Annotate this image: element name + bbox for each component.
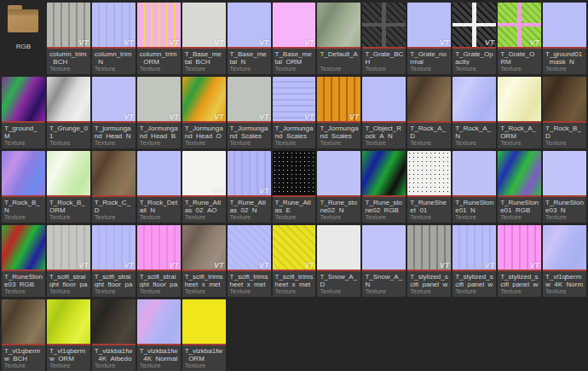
asset-tile[interactable]: T_Rock_A_D Texture [407,77,451,148]
asset-tile[interactable]: VT T_Base_metal_N Texture [228,3,271,74]
texture-thumbnail: VT [92,225,135,270]
asset-tile[interactable]: T_Rune_stone02_N Texture [317,151,360,223]
asset-tile[interactable]: T_Rune_stone02_RGB Texture [362,151,406,223]
asset-tile[interactable]: T_vlzkba1fw_4K_Normal Texture [137,299,181,371]
asset-tile[interactable]: T_Rock_B_N Texture [2,151,45,223]
asset-tile[interactable]: T_Rune_Atlas_E Texture [273,151,316,223]
vt-badge: VT [214,113,224,121]
vt-badge: VT [214,187,224,195]
texture-thumbnail [317,3,360,47]
asset-tile[interactable]: T_vl1qbermw_ORM Texture [47,299,90,371]
asset-type-label: Texture [228,65,271,74]
asset-tile[interactable]: VT T_Grate_Opacity Texture [453,3,496,74]
asset-tile[interactable]: T_Rock_A_ORM Texture [498,77,541,148]
asset-type-label: Texture [317,287,360,297]
asset-tile[interactable]: T_Grate_BCH Texture [362,3,406,74]
asset-name: T_vl1qbermw_BCH [2,345,45,362]
asset-tile[interactable]: VT T_stylized_scifi_panel_wall_ORM Textu… [498,225,541,297]
asset-name: T_Rock_A_D [407,123,451,139]
asset-tile[interactable]: T_vlzkba1fw_ORM Texture [182,299,226,371]
texture-thumbnail [2,77,45,121]
texture-thumbnail: VT [228,225,271,270]
asset-name: T_Default_A [317,49,360,65]
texture-thumbnail [453,151,496,195]
asset-tile[interactable]: T_vlzkba1fw_4K_Albedo Texture [92,299,135,371]
asset-name: column_trim_ORM [137,49,181,65]
texture-thumbnail: VT [453,225,496,270]
asset-tile[interactable]: VT column_trim_N Texture [92,3,135,74]
asset-tile[interactable]: VT T_Jormungand_Scales_N Texture [273,77,316,148]
asset-tile[interactable]: VT T_Jormungand_Head_BCH Texture [137,77,181,148]
asset-tile[interactable]: VT T_Base_metal_ORM Texture [273,3,316,74]
asset-tile[interactable]: VT T_stylized_scifi_panel_wall_N Texture [453,225,496,297]
asset-tile[interactable]: T_vl1qbermw_4K_Normal Texture [543,225,586,297]
asset-tile[interactable]: T_Rock_B_D Texture [543,77,586,148]
asset-name: T_Object_Rock_A_N [362,123,406,139]
asset-tile[interactable]: T_RuneStone03_N Texture [543,151,586,223]
asset-tile[interactable]: VT T_scifi_straight_floor_panel_BCH Text… [47,225,90,297]
asset-tile[interactable]: T_RuneStone03_RGB Texture [2,225,45,297]
asset-name: T_stylized_scifi_panel_wall_N [453,271,496,287]
folder-item-rgb[interactable]: RGB [2,3,45,74]
asset-type-label: Texture [137,287,181,297]
asset-tile[interactable]: VT T_Rune_Atlas_02_AO Texture [182,151,226,223]
texture-thumbnail [182,299,226,344]
asset-tile[interactable]: VT column_trim_ORM Texture [137,3,181,74]
asset-name: T_scifi_straight_floor_panel_N [92,271,135,287]
asset-tile[interactable]: VT T_Jormungand_Scales_ORM Texture [317,77,360,148]
vt-badge: VT [259,261,269,270]
texture-thumbnail: VT [92,77,135,121]
asset-tile[interactable]: T_Rock_C_D Texture [92,151,135,223]
asset-name: T_Rock_B_N [2,197,45,213]
texture-thumbnail [317,151,360,195]
asset-tile[interactable]: T_Snow_A_D Texture [317,225,360,297]
asset-name: T_ground_M [2,123,45,139]
asset-tile[interactable]: T_Rock_Detail_N Texture [137,151,181,223]
asset-type-label: Texture [453,287,496,297]
asset-tile[interactable]: VT T_stylized_scifi_panel_wall_BCH Textu… [407,225,451,297]
asset-tile[interactable]: T_Grunge_01 Texture [47,77,90,148]
asset-tile[interactable]: VT T_scifi_straight_floor_panel_ORM Text… [137,225,181,297]
asset-type-label: Texture [362,213,406,223]
asset-type-label: Texture [362,139,406,148]
asset-tile[interactable]: T_Snow_A_N Texture [362,225,406,297]
asset-name: column_trim_N [92,49,135,65]
asset-tile[interactable]: T_Rock_B_ORM Texture [47,151,90,223]
asset-tile[interactable]: T_ground_M Texture [2,77,45,148]
asset-tile[interactable]: VT T_Rune_Atlas_02_N Texture [228,151,271,223]
texture-thumbnail: VT [407,3,451,47]
texture-thumbnail: VT [453,3,496,47]
asset-type-label: Texture [47,139,90,148]
asset-name: column_trim_BCH [47,49,90,65]
asset-type-label: Texture [407,65,451,74]
asset-tile[interactable]: VT T_Grate_normal Texture [407,3,451,74]
asset-tile[interactable]: VT T_scifi_straight_floor_panel_N Textur… [92,225,135,297]
asset-tile[interactable]: VT column_trim_BCH Texture [47,3,90,74]
asset-name: T_Jormungand_Head_BCH [137,123,181,139]
asset-tile[interactable]: T_ground01_mask_N Texture [543,3,586,74]
asset-name: T_scifi_straight_floor_panel_ORM [137,271,181,287]
vt-badge: VT [304,38,314,47]
asset-tile[interactable]: VT T_scifi_trimsheet_x_metal_BCH Texture [182,225,226,297]
asset-tile[interactable]: T_Object_Rock_A_N Texture [362,77,406,148]
asset-type-label: Texture [92,213,135,223]
asset-tile[interactable]: T_Default_A Texture [317,3,360,74]
asset-tile[interactable]: T_Rock_A_N Texture [453,77,496,148]
asset-tile[interactable]: VT T_Jormungand_Scales_BCH Texture [228,77,271,148]
asset-name: T_scifi_trimsheet_x_metal_ORM [273,271,316,287]
asset-tile[interactable]: VT T_Base_metal_BCH Texture [182,3,226,74]
vt-badge: VT [440,38,450,47]
asset-tile[interactable]: T_RuneSheet_01 Texture [407,151,451,223]
asset-tile[interactable]: VT T_scifi_trimsheet_x_metal_N Texture [228,225,271,297]
asset-tile[interactable]: VT T_jormungand_Head_N Texture [92,77,135,148]
asset-tile[interactable]: VT T_Grate_ORM Texture [498,3,541,74]
asset-tile[interactable]: VT T_scifi_trimsheet_x_metal_ORM Texture [273,225,316,297]
asset-name: T_scifi_trimsheet_x_metal_BCH [182,271,226,287]
asset-tile[interactable]: T_vl1qbermw_BCH Texture [2,299,45,371]
asset-type-label: Texture [543,287,586,297]
asset-tile[interactable]: VT T_Jormungand_Head_ORM Texture [182,77,226,148]
asset-tile[interactable]: T_RuneStone01_N Texture [453,151,496,223]
asset-tile[interactable]: T_RuneStone01_RGB Texture [498,151,541,223]
asset-name: T_Rune_stone02_N [317,197,360,213]
texture-thumbnail [543,3,586,47]
